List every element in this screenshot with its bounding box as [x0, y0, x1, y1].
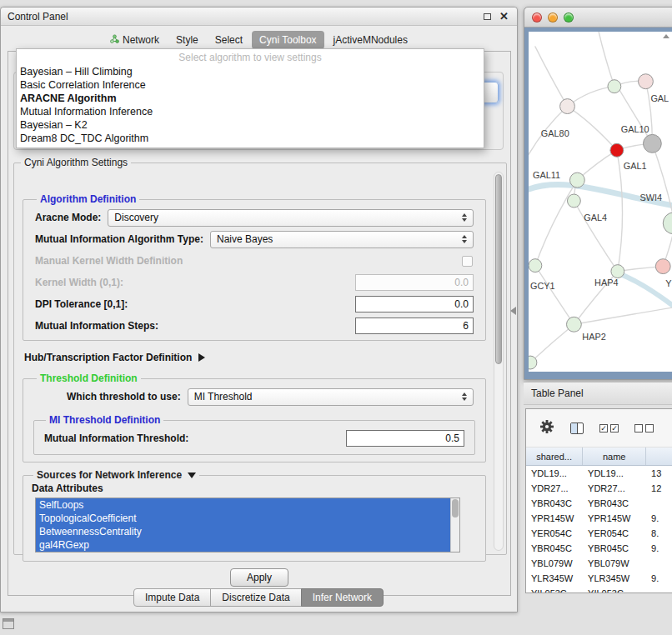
select-all-columns-icon[interactable]	[599, 424, 619, 432]
tab-cyni-toolbox[interactable]: Cyni Toolbox	[252, 31, 323, 49]
table-row[interactable]: YDL19...YDL19...13	[526, 466, 672, 481]
scroll-up-icon[interactable]	[663, 34, 669, 38]
table-cell: YIL053C	[583, 588, 646, 593]
network-node[interactable]	[611, 265, 624, 278]
column-layout-icon[interactable]	[570, 422, 584, 434]
network-node[interactable]	[567, 317, 582, 332]
algorithm-option-bayesian-hill-climbing[interactable]: Bayesian – Hill Climbing	[17, 65, 484, 78]
float-window-icon[interactable]	[484, 13, 491, 20]
table-cell: 13	[646, 468, 672, 478]
data-attributes-list[interactable]: SelfLoopsTopologicalCoefficientBetweenne…	[35, 498, 460, 552]
network-node-label: GAL80	[541, 128, 569, 138]
close-window-icon[interactable]	[499, 12, 509, 22]
network-node[interactable]	[639, 74, 654, 89]
mi-type-label: Mutual Information Algorithm Type:	[35, 233, 203, 245]
network-view-window: GALGAL80GAL10GAL11GAL1SWI4GAL4GCY1HAP4YH…	[524, 7, 672, 380]
algorithm-definition-title: Algorithm Definition	[37, 193, 139, 205]
network-node[interactable]	[643, 134, 661, 152]
manual-kernel-row: Manual Kernel Width Definition	[30, 250, 479, 272]
settings-scrollbar-thumb[interactable]	[495, 174, 502, 364]
dpi-tolerance-field[interactable]: 0.0	[355, 296, 474, 312]
kernel-width-label: Kernel Width (0,1):	[35, 277, 123, 288]
deselect-all-columns-icon[interactable]	[634, 424, 654, 432]
tab-label: Network	[123, 34, 159, 46]
network-node[interactable]	[567, 194, 580, 208]
aracne-mode-select[interactable]: Discovery	[108, 209, 474, 227]
mac-close-button[interactable]	[532, 12, 542, 22]
mi-type-select[interactable]: Naive Bayes	[210, 231, 474, 248]
algorithm-option-basic-correlation-inference[interactable]: Basic Correlation Inference	[17, 78, 484, 92]
network-node[interactable]	[569, 172, 584, 188]
table-cell: YPR145W	[583, 513, 646, 523]
data-attribute-item[interactable]: BetweennessCentrality	[36, 525, 450, 538]
algorithm-option-mutual-information-inference[interactable]: Mutual Information Inference	[17, 105, 484, 118]
bottom-tab-discretize-data[interactable]: Discretize Data	[210, 588, 301, 607]
threshold-type-select[interactable]: MI Threshold	[188, 388, 474, 406]
tab-style[interactable]: Style	[168, 31, 206, 49]
network-node[interactable]	[655, 259, 670, 274]
list-scrollbar-thumb[interactable]	[452, 499, 459, 518]
settings-scrollbar[interactable]	[494, 172, 504, 551]
tab-select[interactable]: Select	[208, 31, 250, 49]
checked-box-icon	[599, 424, 608, 432]
table-panel-title: Table Panel	[531, 388, 584, 399]
gear-icon[interactable]	[539, 419, 554, 438]
mi-steps-field[interactable]: 6	[355, 318, 474, 334]
data-attribute-item[interactable]: TopologicalCoefficient	[36, 512, 450, 525]
network-canvas[interactable]: GALGAL80GAL10GAL11GAL1SWI4GAL4GCY1HAP4YH…	[529, 32, 672, 372]
table-row[interactable]: YDR27...YDR27...12	[526, 481, 672, 496]
table-row[interactable]: YPR145WYPR145W9.	[526, 511, 672, 526]
mi-threshold-field[interactable]: 0.5	[346, 430, 464, 447]
network-node-label: GAL1	[624, 161, 647, 171]
table-row[interactable]: YBR045CYBR045C9.	[526, 541, 672, 556]
table-cell: YBR043C	[583, 498, 646, 508]
column-header-shared[interactable]: shared...	[526, 448, 583, 465]
network-node[interactable]	[529, 259, 542, 272]
collapse-down-icon	[188, 472, 196, 478]
network-node-label: Y	[665, 278, 672, 288]
bottom-tab-infer-network[interactable]: Infer Network	[301, 588, 384, 607]
tab-label: jActiveMNodules	[333, 34, 408, 46]
apply-button[interactable]: Apply	[230, 568, 288, 587]
dpi-tolerance-row: DPI Tolerance [0,1]: 0.0	[30, 293, 479, 315]
docked-panel-icon[interactable]	[3, 618, 14, 629]
control-panel-titlebar[interactable]: Control Panel	[1, 8, 517, 26]
table-row[interactable]: YLR345WYLR345W9.	[526, 571, 672, 586]
table-row[interactable]: YBL079WYBL079W	[526, 556, 672, 571]
control-panel-window: Control Panel NetworkStyleSelectCyni Too…	[0, 7, 518, 612]
data-attribute-item[interactable]: SelfLoops	[36, 498, 450, 512]
panel-collapse-arrow[interactable]	[510, 307, 516, 315]
mac-zoom-button[interactable]	[564, 12, 574, 22]
column-header-name[interactable]: name	[583, 448, 646, 465]
network-window-titlebar[interactable]	[524, 8, 672, 28]
algorithm-option-dream8-dc-tdc-algorithm[interactable]: Dream8 DC_TDC Algorithm	[17, 132, 484, 145]
table-cell: YDL19...	[526, 468, 583, 478]
network-node[interactable]	[610, 143, 624, 157]
hub-definition-expander[interactable]: Hub/Transcription Factor Definition	[24, 348, 486, 368]
column-header-item[interactable]	[646, 448, 672, 465]
table-header-row: shared...name	[526, 448, 672, 466]
list-scrollbar[interactable]	[450, 498, 459, 552]
table-row[interactable]: YER054CYER054C8.	[526, 526, 672, 541]
data-attribute-item[interactable]: gal4RGexp	[36, 538, 450, 552]
manual-kernel-checkbox[interactable]	[462, 256, 473, 267]
sources-title[interactable]: Sources for Network Inference	[33, 469, 199, 481]
table-row[interactable]: YIL053CYIL053C	[526, 586, 672, 593]
settings-group-title: Cyni Algorithm Settings	[21, 157, 131, 168]
threshold-definition-group: Threshold Definition Which threshold to …	[23, 372, 486, 462]
network-node[interactable]	[560, 99, 575, 114]
unchecked-box-icon	[634, 424, 643, 432]
threshold-type-label: Which threshold to use:	[67, 391, 181, 402]
network-node[interactable]	[663, 212, 672, 234]
tab-network[interactable]: Network	[103, 31, 167, 49]
network-node-label: HAP2	[582, 332, 605, 342]
bottom-tab-bar: Impute DataDiscretize DataInfer Network	[1, 588, 517, 607]
tab-jactivemnodules[interactable]: jActiveMNodules	[326, 31, 415, 49]
mac-minimize-button[interactable]	[548, 12, 558, 22]
algorithm-option-aracne-algorithm[interactable]: ARACNE Algorithm	[17, 92, 484, 105]
network-node[interactable]	[608, 80, 621, 93]
hub-definition-label: Hub/Transcription Factor Definition	[24, 352, 192, 363]
table-row[interactable]: YBR043CYBR043C	[526, 496, 672, 511]
algorithm-option-bayesian-k2[interactable]: Bayesian – K2	[17, 118, 484, 132]
bottom-tab-impute-data[interactable]: Impute Data	[133, 588, 211, 607]
